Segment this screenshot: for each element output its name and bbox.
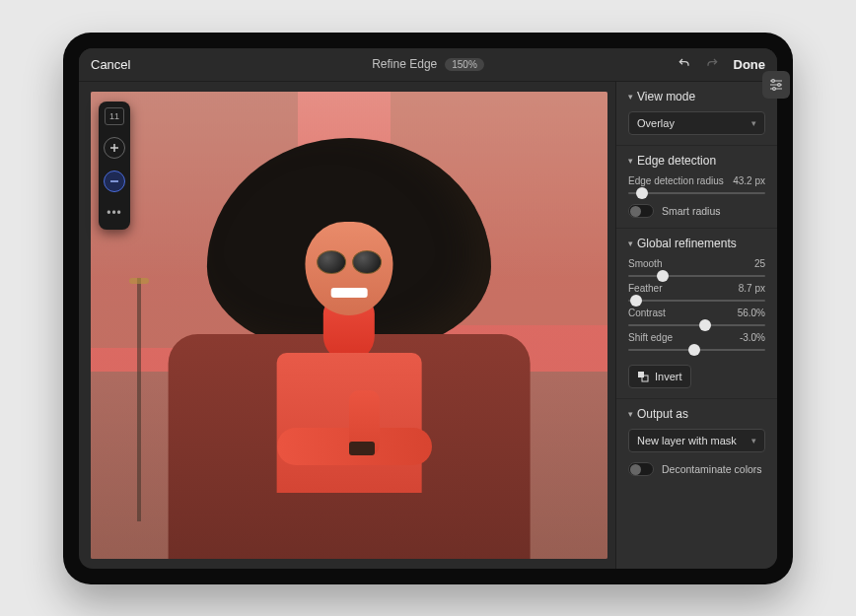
global-refinements-section: ▾ Global refinements Smooth 25 bbox=[616, 229, 777, 399]
page-title: Refine Edge bbox=[372, 57, 437, 71]
section-title: View mode bbox=[637, 90, 695, 103]
refine-edge-panel: ▾ View mode Overlay ▾ ▾ Edge detection bbox=[615, 82, 777, 569]
tool-palette: 11 ••• bbox=[99, 102, 130, 230]
toggle-knob bbox=[630, 206, 641, 217]
more-tools-icon[interactable]: ••• bbox=[107, 204, 122, 224]
done-button[interactable]: Done bbox=[734, 57, 766, 72]
canvas-area: 11 ••• bbox=[79, 82, 615, 569]
param-label: Smooth bbox=[628, 258, 662, 269]
smooth-slider[interactable] bbox=[628, 275, 765, 277]
svg-rect-0 bbox=[638, 372, 644, 377]
shift-edge-param: Shift edge -3.0% bbox=[628, 332, 765, 351]
param-value: 56.0% bbox=[738, 308, 765, 318]
svg-point-2 bbox=[772, 79, 775, 82]
image-canvas[interactable] bbox=[91, 92, 607, 559]
tablet-frame: Cancel Refine Edge 150% Done bbox=[63, 33, 793, 584]
undo-icon[interactable] bbox=[677, 55, 692, 74]
output-header[interactable]: ▾ Output as bbox=[628, 407, 765, 421]
section-title: Output as bbox=[637, 407, 688, 421]
slider-thumb[interactable] bbox=[699, 319, 711, 331]
param-label: Feather bbox=[628, 283, 662, 294]
edge-radius-slider[interactable] bbox=[628, 192, 765, 194]
chevron-down-icon: ▾ bbox=[628, 92, 633, 102]
output-selected: New layer with mask bbox=[637, 435, 737, 446]
view-mode-section: ▾ View mode Overlay ▾ bbox=[616, 82, 777, 146]
invert-icon bbox=[637, 371, 649, 382]
chevron-down-icon: ▾ bbox=[628, 409, 633, 419]
app-screen: Cancel Refine Edge 150% Done bbox=[79, 48, 777, 569]
param-value: 8.7 px bbox=[739, 283, 765, 294]
param-label: Shift edge bbox=[628, 332, 673, 343]
param-value: 25 bbox=[754, 258, 765, 269]
smart-radius-label: Smart radius bbox=[662, 205, 721, 217]
section-title: Global refinements bbox=[637, 237, 737, 250]
param-value: 43.2 px bbox=[733, 175, 765, 186]
edge-radius-param: Edge detection radius 43.2 px bbox=[628, 175, 765, 194]
param-label: Edge detection radius bbox=[628, 175, 724, 186]
top-bar: Cancel Refine Edge 150% Done bbox=[79, 48, 777, 82]
chevron-down-icon: ▾ bbox=[751, 436, 756, 445]
smooth-param: Smooth 25 bbox=[628, 258, 765, 277]
view-mode-selected: Overlay bbox=[637, 117, 675, 129]
view-mode-header[interactable]: ▾ View mode bbox=[628, 90, 765, 103]
toggle-knob bbox=[630, 464, 641, 475]
invert-label: Invert bbox=[655, 371, 682, 382]
view-mode-dropdown[interactable]: Overlay ▾ bbox=[628, 111, 765, 135]
global-refinements-header[interactable]: ▾ Global refinements bbox=[628, 237, 765, 250]
slider-thumb[interactable] bbox=[636, 187, 648, 199]
chevron-down-icon: ▾ bbox=[751, 118, 756, 128]
decontaminate-row: Decontaminate colors bbox=[628, 462, 765, 476]
zoom-level-pill[interactable]: 150% bbox=[445, 58, 484, 71]
decontaminate-toggle[interactable] bbox=[628, 462, 654, 476]
panel-settings-icon[interactable] bbox=[762, 71, 777, 99]
chevron-down-icon: ▾ bbox=[628, 156, 633, 166]
smart-radius-toggle[interactable] bbox=[628, 204, 654, 218]
svg-point-4 bbox=[773, 87, 776, 90]
section-title: Edge detection bbox=[637, 154, 716, 168]
redo-icon[interactable] bbox=[704, 55, 720, 74]
cancel-button[interactable]: Cancel bbox=[91, 57, 130, 72]
main-area: 11 ••• ▾ View mode bbox=[79, 82, 777, 569]
param-value: -3.0% bbox=[740, 332, 765, 343]
invert-button[interactable]: Invert bbox=[628, 365, 691, 388]
chevron-down-icon: ▾ bbox=[628, 239, 633, 248]
edge-detection-section: ▾ Edge detection Edge detection radius 4… bbox=[616, 146, 777, 229]
slider-thumb[interactable] bbox=[630, 295, 642, 307]
slider-thumb[interactable] bbox=[688, 344, 700, 356]
contrast-param: Contrast 56.0% bbox=[628, 308, 765, 326]
subtract-from-selection-tool[interactable] bbox=[104, 171, 125, 192]
smart-radius-row: Smart radius bbox=[628, 204, 765, 218]
slider-thumb[interactable] bbox=[657, 270, 669, 282]
feather-param: Feather 8.7 px bbox=[628, 283, 765, 302]
output-section: ▾ Output as New layer with mask ▾ Decont… bbox=[616, 399, 777, 486]
decontaminate-label: Decontaminate colors bbox=[662, 463, 762, 475]
shift-edge-slider[interactable] bbox=[628, 349, 765, 351]
feather-slider[interactable] bbox=[628, 300, 765, 302]
brush-size-indicator[interactable]: 11 bbox=[105, 107, 124, 125]
param-label: Contrast bbox=[628, 308, 666, 318]
contrast-slider[interactable] bbox=[628, 324, 765, 326]
output-dropdown[interactable]: New layer with mask ▾ bbox=[628, 429, 765, 452]
edge-detection-header[interactable]: ▾ Edge detection bbox=[628, 154, 765, 168]
add-to-selection-tool[interactable] bbox=[104, 137, 125, 159]
